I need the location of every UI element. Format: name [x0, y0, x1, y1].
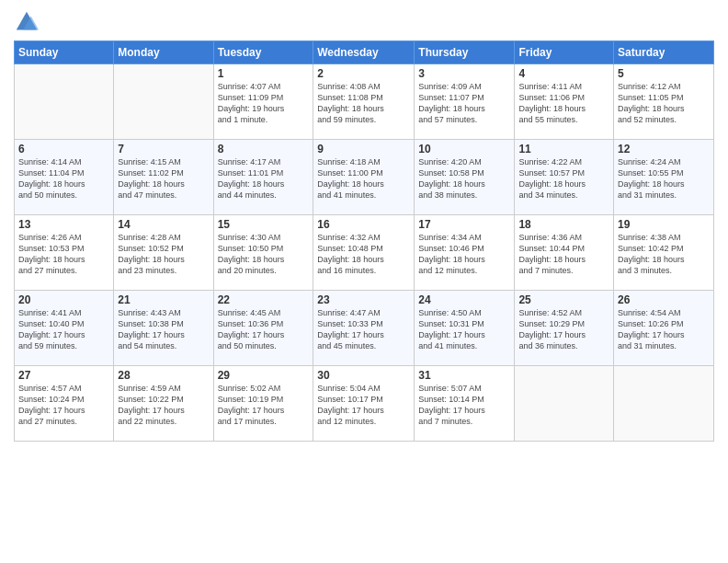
calendar-week-row: 1Sunrise: 4:07 AM Sunset: 11:09 PM Dayli…	[15, 64, 714, 140]
weekday-header-saturday: Saturday	[614, 41, 714, 64]
calendar-cell: 22Sunrise: 4:45 AM Sunset: 10:36 PM Dayl…	[213, 291, 313, 366]
day-info: Sunrise: 4:11 AM Sunset: 11:06 PM Daylig…	[518, 81, 609, 126]
day-info: Sunrise: 4:22 AM Sunset: 10:57 PM Daylig…	[518, 156, 609, 201]
day-info: Sunrise: 4:41 AM Sunset: 10:40 PM Daylig…	[18, 307, 109, 352]
day-info: Sunrise: 4:47 AM Sunset: 10:33 PM Daylig…	[317, 307, 410, 352]
calendar-cell: 19Sunrise: 4:38 AM Sunset: 10:42 PM Dayl…	[614, 215, 714, 291]
day-number: 22	[218, 293, 310, 306]
day-number: 1	[218, 67, 310, 80]
day-number: 2	[317, 67, 410, 80]
weekday-header-monday: Monday	[114, 41, 213, 64]
day-info: Sunrise: 4:14 AM Sunset: 11:04 PM Daylig…	[18, 156, 109, 201]
calendar-cell	[614, 366, 714, 442]
day-info: Sunrise: 4:09 AM Sunset: 11:07 PM Daylig…	[418, 81, 510, 126]
day-number: 3	[418, 67, 510, 80]
calendar-cell: 7Sunrise: 4:15 AM Sunset: 11:02 PM Dayli…	[114, 140, 213, 215]
day-info: Sunrise: 4:38 AM Sunset: 10:42 PM Daylig…	[618, 232, 710, 277]
day-number: 9	[317, 143, 410, 155]
day-number: 8	[218, 143, 310, 155]
calendar-cell: 15Sunrise: 4:30 AM Sunset: 10:50 PM Dayl…	[213, 215, 313, 291]
calendar-cell: 2Sunrise: 4:08 AM Sunset: 11:08 PM Dayli…	[313, 64, 415, 140]
calendar-cell: 6Sunrise: 4:14 AM Sunset: 11:04 PM Dayli…	[15, 140, 114, 215]
calendar-cell: 3Sunrise: 4:09 AM Sunset: 11:07 PM Dayli…	[415, 64, 515, 140]
calendar-week-row: 6Sunrise: 4:14 AM Sunset: 11:04 PM Dayli…	[15, 140, 714, 215]
day-info: Sunrise: 4:17 AM Sunset: 11:01 PM Daylig…	[218, 156, 310, 201]
weekday-header-thursday: Thursday	[415, 41, 515, 64]
calendar-cell: 8Sunrise: 4:17 AM Sunset: 11:01 PM Dayli…	[213, 140, 313, 215]
day-info: Sunrise: 4:34 AM Sunset: 10:46 PM Daylig…	[418, 232, 510, 277]
calendar-cell: 5Sunrise: 4:12 AM Sunset: 11:05 PM Dayli…	[614, 64, 714, 140]
day-number: 24	[418, 293, 510, 306]
day-number: 21	[118, 293, 209, 306]
calendar-cell: 18Sunrise: 4:36 AM Sunset: 10:44 PM Dayl…	[515, 215, 614, 291]
logo-icon	[14, 9, 40, 35]
calendar-cell	[515, 366, 614, 442]
day-info: Sunrise: 4:32 AM Sunset: 10:48 PM Daylig…	[317, 232, 410, 277]
page: SundayMondayTuesdayWednesdayThursdayFrid…	[0, 0, 728, 563]
day-number: 28	[118, 369, 209, 382]
calendar-cell: 28Sunrise: 4:59 AM Sunset: 10:22 PM Dayl…	[114, 366, 213, 442]
day-number: 20	[18, 293, 109, 306]
calendar-cell: 21Sunrise: 4:43 AM Sunset: 10:38 PM Dayl…	[114, 291, 213, 366]
day-info: Sunrise: 4:24 AM Sunset: 10:55 PM Daylig…	[618, 156, 710, 201]
day-number: 19	[618, 218, 710, 231]
day-number: 7	[118, 143, 209, 155]
day-info: Sunrise: 4:07 AM Sunset: 11:09 PM Daylig…	[218, 81, 310, 126]
calendar-cell	[114, 64, 213, 140]
calendar-cell: 16Sunrise: 4:32 AM Sunset: 10:48 PM Dayl…	[313, 215, 415, 291]
day-info: Sunrise: 4:59 AM Sunset: 10:22 PM Daylig…	[118, 383, 209, 428]
calendar-cell: 17Sunrise: 4:34 AM Sunset: 10:46 PM Dayl…	[415, 215, 515, 291]
calendar-cell: 25Sunrise: 4:52 AM Sunset: 10:29 PM Dayl…	[515, 291, 614, 366]
calendar-cell: 29Sunrise: 5:02 AM Sunset: 10:19 PM Dayl…	[213, 366, 313, 442]
day-info: Sunrise: 4:36 AM Sunset: 10:44 PM Daylig…	[518, 232, 609, 277]
calendar-table: SundayMondayTuesdayWednesdayThursdayFrid…	[14, 40, 714, 442]
day-info: Sunrise: 4:50 AM Sunset: 10:31 PM Daylig…	[418, 307, 510, 352]
calendar-cell: 4Sunrise: 4:11 AM Sunset: 11:06 PM Dayli…	[515, 64, 614, 140]
calendar-week-row: 27Sunrise: 4:57 AM Sunset: 10:24 PM Dayl…	[15, 366, 714, 442]
day-number: 15	[218, 218, 310, 231]
day-info: Sunrise: 4:52 AM Sunset: 10:29 PM Daylig…	[518, 307, 609, 352]
day-info: Sunrise: 4:30 AM Sunset: 10:50 PM Daylig…	[218, 232, 310, 277]
calendar-cell: 31Sunrise: 5:07 AM Sunset: 10:14 PM Dayl…	[415, 366, 515, 442]
day-number: 4	[518, 67, 609, 80]
day-number: 26	[618, 293, 710, 306]
day-number: 18	[518, 218, 609, 231]
calendar-cell: 23Sunrise: 4:47 AM Sunset: 10:33 PM Dayl…	[313, 291, 415, 366]
calendar-week-row: 20Sunrise: 4:41 AM Sunset: 10:40 PM Dayl…	[15, 291, 714, 366]
calendar-cell: 24Sunrise: 4:50 AM Sunset: 10:31 PM Dayl…	[415, 291, 515, 366]
day-info: Sunrise: 4:18 AM Sunset: 11:00 PM Daylig…	[317, 156, 410, 201]
header	[14, 9, 714, 35]
day-number: 29	[218, 369, 310, 382]
day-number: 11	[518, 143, 609, 155]
day-info: Sunrise: 4:28 AM Sunset: 10:52 PM Daylig…	[118, 232, 209, 277]
logo	[14, 9, 43, 35]
weekday-header-sunday: Sunday	[15, 41, 114, 64]
day-info: Sunrise: 4:12 AM Sunset: 11:05 PM Daylig…	[618, 81, 710, 126]
day-number: 31	[418, 369, 510, 382]
day-info: Sunrise: 5:04 AM Sunset: 10:17 PM Daylig…	[317, 383, 410, 428]
day-info: Sunrise: 5:07 AM Sunset: 10:14 PM Daylig…	[418, 383, 510, 428]
day-number: 16	[317, 218, 410, 231]
calendar-cell: 26Sunrise: 4:54 AM Sunset: 10:26 PM Dayl…	[614, 291, 714, 366]
calendar-cell: 10Sunrise: 4:20 AM Sunset: 10:58 PM Dayl…	[415, 140, 515, 215]
day-info: Sunrise: 4:43 AM Sunset: 10:38 PM Daylig…	[118, 307, 209, 352]
calendar-cell: 11Sunrise: 4:22 AM Sunset: 10:57 PM Dayl…	[515, 140, 614, 215]
day-number: 14	[118, 218, 209, 231]
calendar-cell: 9Sunrise: 4:18 AM Sunset: 11:00 PM Dayli…	[313, 140, 415, 215]
day-number: 10	[418, 143, 510, 155]
day-info: Sunrise: 5:02 AM Sunset: 10:19 PM Daylig…	[218, 383, 310, 428]
day-info: Sunrise: 4:45 AM Sunset: 10:36 PM Daylig…	[218, 307, 310, 352]
day-number: 6	[18, 143, 109, 155]
weekday-header-wednesday: Wednesday	[313, 41, 415, 64]
calendar-cell: 13Sunrise: 4:26 AM Sunset: 10:53 PM Dayl…	[15, 215, 114, 291]
day-number: 13	[18, 218, 109, 231]
day-number: 25	[518, 293, 609, 306]
day-info: Sunrise: 4:20 AM Sunset: 10:58 PM Daylig…	[418, 156, 510, 201]
day-number: 12	[618, 143, 710, 155]
calendar-cell: 12Sunrise: 4:24 AM Sunset: 10:55 PM Dayl…	[614, 140, 714, 215]
day-info: Sunrise: 4:08 AM Sunset: 11:08 PM Daylig…	[317, 81, 410, 126]
day-number: 23	[317, 293, 410, 306]
day-info: Sunrise: 4:57 AM Sunset: 10:24 PM Daylig…	[18, 383, 109, 428]
calendar-week-row: 13Sunrise: 4:26 AM Sunset: 10:53 PM Dayl…	[15, 215, 714, 291]
weekday-header-row: SundayMondayTuesdayWednesdayThursdayFrid…	[15, 41, 714, 64]
